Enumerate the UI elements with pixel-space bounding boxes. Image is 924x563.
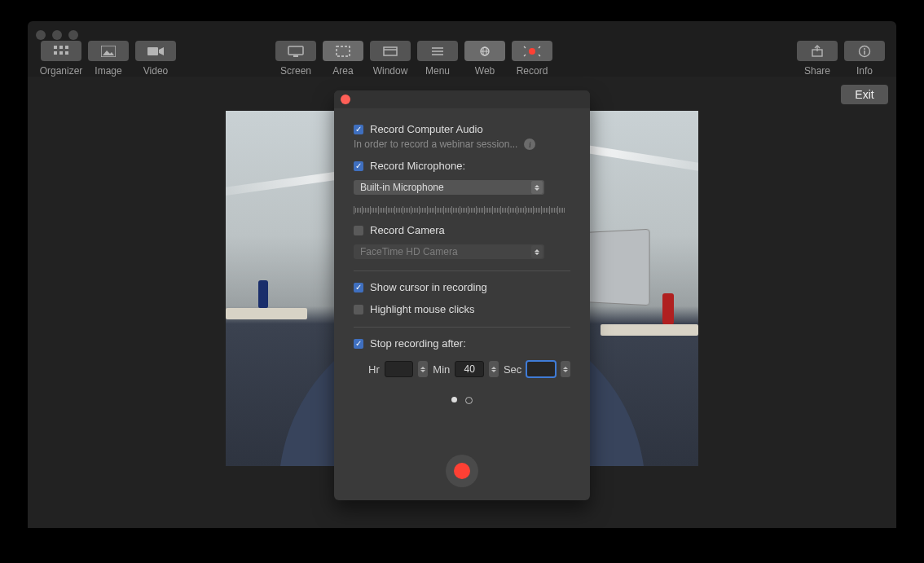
chevron-updown-icon bbox=[531, 181, 543, 194]
record-camera-checkbox[interactable] bbox=[354, 226, 363, 235]
camera-select[interactable]: FaceTime HD Camera bbox=[354, 244, 544, 259]
stop-after-checkbox[interactable] bbox=[354, 339, 363, 349]
page-dot-1[interactable] bbox=[451, 397, 457, 402]
minimize-window-icon[interactable] bbox=[52, 30, 62, 40]
mic-select[interactable]: Built-in Microphone bbox=[354, 180, 544, 195]
audio-hint-text: In order to record a webinar session... bbox=[354, 139, 517, 150]
app-window: Organizer Image Video Screen bbox=[28, 21, 896, 528]
share-icon bbox=[811, 45, 824, 58]
info-button[interactable]: Info bbox=[844, 41, 885, 61]
close-window-icon[interactable] bbox=[36, 30, 46, 40]
close-icon[interactable] bbox=[341, 95, 350, 104]
svg-marker-9 bbox=[159, 47, 164, 55]
grid-icon bbox=[54, 46, 68, 57]
popover-titlebar bbox=[334, 90, 590, 108]
svg-rect-4 bbox=[59, 51, 63, 55]
page-dots bbox=[354, 397, 570, 404]
min-input[interactable]: 40 bbox=[455, 361, 484, 377]
menu-icon bbox=[430, 46, 445, 57]
svg-rect-26 bbox=[864, 51, 865, 55]
svg-point-21 bbox=[529, 48, 535, 55]
svg-rect-13 bbox=[384, 47, 397, 55]
hr-input[interactable] bbox=[385, 361, 414, 377]
window-controls bbox=[36, 30, 78, 40]
main-toolbar: Organizer Image Video Screen bbox=[28, 41, 896, 77]
record-audio-checkbox[interactable] bbox=[354, 125, 363, 134]
mic-select-value: Built-in Microphone bbox=[360, 182, 444, 193]
share-button[interactable]: Share bbox=[797, 41, 838, 61]
record-camera-label: Record Camera bbox=[370, 224, 445, 236]
record-dot-icon bbox=[454, 463, 470, 479]
zoom-window-icon[interactable] bbox=[68, 30, 78, 40]
highlight-clicks-checkbox[interactable] bbox=[354, 305, 363, 314]
window-button[interactable]: Window bbox=[370, 41, 411, 61]
show-cursor-checkbox[interactable] bbox=[354, 283, 363, 292]
svg-rect-12 bbox=[337, 46, 350, 56]
svg-rect-11 bbox=[293, 55, 298, 57]
show-cursor-label: Show cursor in recording bbox=[370, 281, 487, 293]
window-icon bbox=[382, 46, 398, 57]
svg-rect-1 bbox=[59, 46, 63, 49]
record-settings-popover: Record Computer Audio In order to record… bbox=[334, 90, 590, 500]
svg-rect-8 bbox=[147, 47, 158, 55]
sec-label: Sec bbox=[504, 363, 521, 376]
min-label: Min bbox=[433, 363, 450, 376]
start-record-button[interactable] bbox=[446, 455, 478, 487]
organizer-button[interactable]: Organizer bbox=[41, 41, 81, 61]
min-stepper[interactable] bbox=[489, 361, 499, 377]
stop-after-label: Stop recording after: bbox=[370, 337, 466, 350]
video-button[interactable]: Video bbox=[135, 41, 176, 61]
hr-stepper[interactable] bbox=[418, 361, 428, 377]
chevron-updown-icon bbox=[531, 245, 543, 258]
record-mic-checkbox[interactable] bbox=[354, 161, 363, 171]
screen-button[interactable]: Screen bbox=[275, 41, 316, 61]
exit-label: Exit bbox=[855, 88, 873, 101]
sec-input[interactable] bbox=[526, 361, 556, 377]
exit-button[interactable]: Exit bbox=[841, 85, 888, 104]
svg-point-25 bbox=[864, 48, 865, 50]
highlight-clicks-label: Highlight mouse clicks bbox=[370, 303, 475, 315]
svg-rect-2 bbox=[65, 46, 68, 49]
menu-button[interactable]: Menu bbox=[417, 41, 458, 61]
record-audio-label: Record Computer Audio bbox=[370, 123, 483, 135]
area-icon bbox=[335, 46, 351, 57]
svg-rect-5 bbox=[65, 51, 68, 55]
image-icon bbox=[101, 46, 116, 57]
screen-icon bbox=[288, 46, 304, 57]
record-tool-button[interactable]: Record bbox=[512, 41, 552, 61]
svg-marker-7 bbox=[103, 51, 114, 55]
sec-stepper[interactable] bbox=[561, 361, 570, 377]
web-button[interactable]: Web bbox=[464, 41, 505, 61]
record-mic-label: Record Microphone: bbox=[370, 160, 465, 172]
record-icon bbox=[523, 46, 541, 57]
page-dot-2[interactable] bbox=[465, 397, 473, 404]
info-label: Info bbox=[832, 65, 897, 77]
area-button[interactable]: Area bbox=[323, 41, 363, 61]
svg-rect-3 bbox=[54, 51, 57, 55]
video-icon bbox=[147, 46, 164, 57]
record-label: Record bbox=[499, 65, 565, 77]
content-area: Exit Record Computer Audio In order to r… bbox=[28, 77, 896, 528]
divider bbox=[354, 327, 570, 328]
image-button[interactable]: Image bbox=[88, 41, 129, 61]
web-icon bbox=[477, 45, 493, 58]
svg-rect-10 bbox=[288, 46, 303, 55]
hr-label: Hr bbox=[368, 363, 380, 376]
svg-rect-0 bbox=[54, 46, 57, 49]
camera-select-value: FaceTime HD Camera bbox=[360, 246, 458, 257]
divider bbox=[354, 271, 570, 271]
info-hint-icon[interactable]: i bbox=[524, 139, 535, 150]
video-label: Video bbox=[123, 65, 188, 77]
info-icon bbox=[858, 45, 871, 58]
mic-level-meter bbox=[354, 206, 570, 214]
